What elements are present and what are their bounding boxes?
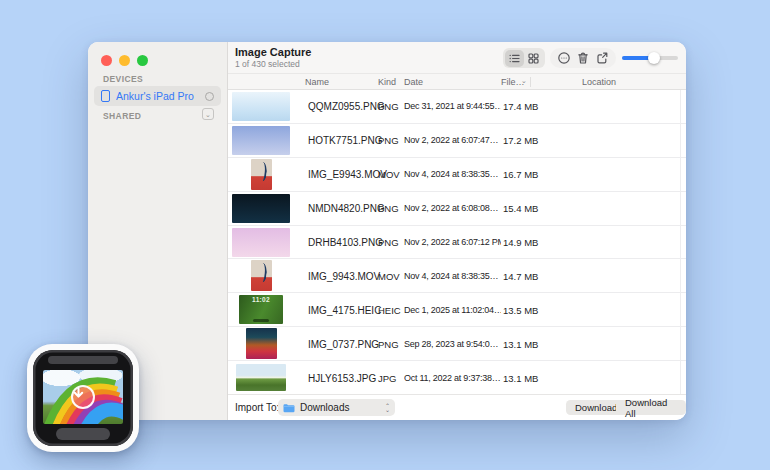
column-location[interactable]: Location (582, 77, 616, 87)
table-row[interactable]: IMG_0737.PNG PNG Sep 28, 2023 at 9:54:0…… (228, 327, 686, 361)
column-date[interactable]: Date (404, 77, 423, 87)
file-name: NMDN4820.PNG (308, 203, 385, 214)
delete-button[interactable] (575, 50, 591, 66)
grid-view-icon (527, 52, 540, 65)
footer-bar: Import To: Downloads ⌃⌄ Download Downloa… (228, 394, 686, 420)
thumbnail-clock-label: 11:02 (239, 296, 283, 303)
file-kind: PNG (378, 135, 399, 146)
file-name: HJLY6153.JPG (308, 372, 376, 383)
file-size: 14.7 MB (503, 270, 538, 281)
zoom-button[interactable] (137, 55, 148, 66)
device-top-bar (48, 356, 118, 364)
main-area: Image Capture 1 of 430 selected (228, 42, 686, 420)
view-mode-segmented-control (503, 48, 545, 68)
file-thumbnail[interactable]: 11:02 (239, 295, 283, 324)
file-name: HOTK7751.PNG (308, 135, 382, 146)
file-date: Sep 28, 2023 at 9:54:0… (404, 339, 501, 349)
file-date: Nov 2, 2022 at 6:07:47… (404, 135, 501, 145)
action-icon-group (550, 48, 616, 68)
sidebar-item-ipad[interactable]: Ankur's iPad Pro (94, 86, 221, 106)
file-thumbnail[interactable] (236, 364, 286, 391)
file-date: Nov 2, 2022 at 6:08:08… (404, 203, 501, 213)
download-all-button[interactable]: Download All (616, 400, 686, 415)
window-title: Image Capture (235, 46, 311, 58)
table-header: Name Kind Date File… ⌄ Location (228, 74, 686, 90)
file-size: 16.7 MB (503, 169, 538, 180)
file-kind: MOV (378, 169, 400, 180)
file-thumbnail[interactable] (232, 228, 290, 257)
folder-icon (283, 403, 295, 413)
table-row[interactable]: IMG_E9943.MOV MOV Nov 4, 2024 at 8:38:35… (228, 158, 686, 192)
sort-chevron-icon: ⌄ (521, 77, 527, 85)
list-view-icon (508, 52, 521, 65)
file-size: 15.4 MB (503, 203, 538, 214)
image-capture-window: DEVICES Ankur's iPad Pro SHARED ⌄ Image … (88, 42, 686, 420)
file-thumbnail[interactable] (251, 260, 272, 291)
file-date: Nov 4, 2024 at 8:38:35… (404, 271, 501, 281)
file-kind: MOV (378, 270, 400, 281)
rainbow-photo (43, 370, 123, 424)
file-size: 17.2 MB (503, 135, 538, 146)
selection-status: 1 of 430 selected (235, 59, 311, 69)
import-to-label: Import To: (235, 402, 279, 413)
share-icon (595, 51, 609, 65)
table-row[interactable]: QQMZ0955.PNG PNG Dec 31, 2021 at 9:44:55… (228, 90, 686, 124)
trash-icon (576, 51, 590, 65)
file-name: IMG_4175.HEIC (308, 304, 381, 315)
column-name[interactable]: Name (305, 77, 329, 87)
list-view-button[interactable] (505, 50, 525, 67)
file-date: Nov 4, 2024 at 8:38:35… (404, 169, 501, 179)
column-kind[interactable]: Kind (378, 77, 396, 87)
scanner-device-frame (33, 350, 133, 446)
file-thumbnail[interactable] (246, 328, 277, 359)
file-kind: PNG (378, 237, 399, 248)
file-size: 13.1 MB (503, 338, 538, 349)
table-row[interactable]: NMDN4820.PNG PNG Nov 2, 2022 at 6:08:08…… (228, 192, 686, 226)
toolbar: Image Capture 1 of 430 selected (228, 42, 686, 74)
dropdown-stepper-icon: ⌃⌄ (385, 404, 390, 412)
device-bottom-bar (56, 428, 110, 440)
destination-value: Downloads (300, 402, 380, 413)
table-row[interactable]: IMG_9943.MOV MOV Nov 4, 2024 at 8:38:35…… (228, 259, 686, 293)
file-date: Dec 1, 2025 at 11:02:04… (404, 305, 501, 315)
file-kind: PNG (378, 101, 399, 112)
file-kind: PNG (378, 203, 399, 214)
destination-dropdown[interactable]: Downloads ⌃⌄ (278, 399, 395, 416)
file-date: Nov 2, 2022 at 6:07:12 PM (404, 237, 501, 247)
file-thumbnail[interactable] (232, 194, 290, 223)
file-thumbnail[interactable] (251, 159, 272, 190)
table-row[interactable]: 11:02 IMG_4175.HEIC HEIC Dec 1, 2025 at … (228, 293, 686, 327)
share-button[interactable] (594, 50, 610, 66)
table-row[interactable]: DRHB4103.PNG PNG Nov 2, 2022 at 6:07:12 … (228, 226, 686, 260)
eject-icon[interactable] (205, 92, 214, 101)
file-date: Dec 31, 2021 at 9:44:55… (404, 101, 501, 111)
minimize-button[interactable] (119, 55, 130, 66)
table-row[interactable]: HOTK7751.PNG PNG Nov 2, 2022 at 6:07:47…… (228, 124, 686, 158)
device-name: Ankur's iPad Pro (116, 90, 199, 102)
slider-thumb[interactable] (648, 52, 660, 64)
column-divider (530, 77, 531, 87)
file-size: 13.1 MB (503, 372, 538, 383)
more-options-button[interactable] (556, 50, 572, 66)
scrollbar[interactable] (680, 90, 681, 394)
thumbnail-size-slider[interactable] (622, 56, 678, 60)
download-arrow-icon (71, 385, 95, 409)
shared-section-label: SHARED (103, 111, 141, 121)
file-size: 17.4 MB (503, 101, 538, 112)
file-kind: JPG (378, 372, 396, 383)
file-name: QQMZ0955.PNG (308, 101, 385, 112)
shared-toggle-icon[interactable]: ⌄ (202, 108, 214, 120)
file-thumbnail[interactable] (232, 92, 290, 121)
more-options-icon (557, 51, 571, 65)
image-capture-app-icon[interactable] (27, 344, 139, 452)
file-name: DRHB4103.PNG (308, 237, 383, 248)
close-button[interactable] (101, 55, 112, 66)
devices-section-label: DEVICES (103, 74, 143, 84)
file-thumbnail[interactable] (232, 126, 290, 155)
file-kind: PNG (378, 338, 399, 349)
file-size: 13.5 MB (503, 304, 538, 315)
ipad-icon (101, 90, 110, 102)
table-row[interactable]: HJLY6153.JPG JPG Oct 11, 2022 at 9:37:38… (228, 361, 686, 394)
file-name: IMG_0737.PNG (308, 338, 379, 349)
grid-view-button[interactable] (524, 50, 544, 67)
